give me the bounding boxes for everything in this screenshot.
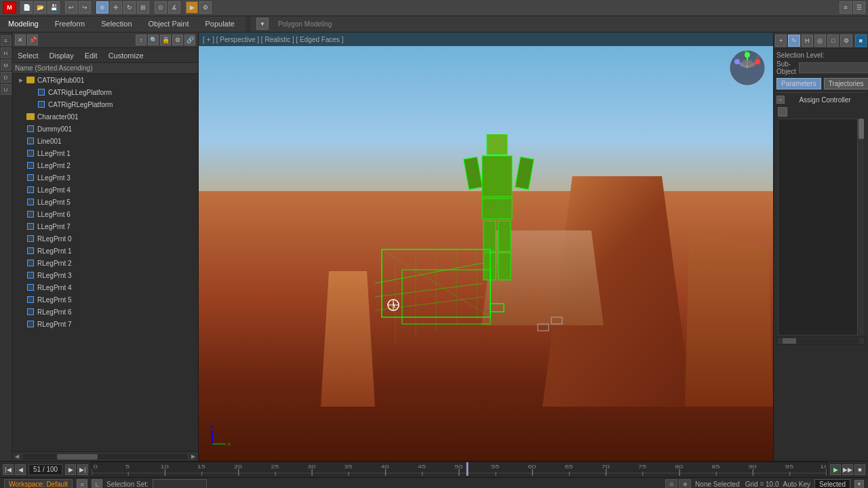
key-filters-btn[interactable]: ▼ xyxy=(854,480,864,489)
open-file-icon[interactable]: 📂 xyxy=(34,1,46,14)
sub-object-input[interactable] xyxy=(799,62,868,73)
tree-item[interactable]: LLegPrnt 2 xyxy=(12,159,198,171)
modeling-menu[interactable]: Modeling xyxy=(3,16,44,32)
scene-explorer-side-icon[interactable]: ≡ xyxy=(1,35,12,46)
app-logo-icon[interactable]: M xyxy=(3,1,16,14)
customize-menu-item[interactable]: Customize xyxy=(103,48,149,62)
snap-toggle-icon[interactable]: ⊙ xyxy=(155,1,167,14)
tree-item[interactable]: Dummy001 xyxy=(12,123,198,135)
tree-item[interactable]: RLegPrnt 5 xyxy=(12,293,198,306)
render-setup-icon[interactable]: ⚙ xyxy=(199,1,212,14)
right-panel: + ✎ H ◎ □ ⚙ ■ Selection Level: Sub-Objec… xyxy=(773,33,868,461)
prev-frame-btn[interactable]: ◀ xyxy=(15,464,26,475)
angle-snap-icon[interactable]: ∡ xyxy=(168,1,180,14)
render-icon[interactable]: ▶ xyxy=(186,1,198,14)
motion-icon[interactable]: M xyxy=(1,60,12,70)
tree-item[interactable]: RLegPrnt 4 xyxy=(12,281,198,293)
stop-btn[interactable]: ■ xyxy=(854,464,865,475)
tree-item-label: CATRigLLegPlatform xyxy=(48,89,112,96)
workspace-icon[interactable]: ≡ xyxy=(77,479,87,489)
play-realtime-btn[interactable]: ▶▶ xyxy=(842,464,853,475)
scroll-left-btn[interactable]: ◀ xyxy=(15,453,19,460)
tree-item[interactable]: Line001 xyxy=(12,135,198,147)
svg-rect-16 xyxy=(551,317,562,324)
go-end-btn[interactable]: ▶| xyxy=(77,464,88,475)
undo-icon[interactable]: ↩ xyxy=(65,1,77,14)
filter-scene-btn[interactable]: 🔍 xyxy=(148,35,159,45)
tree-item[interactable]: RLegPrnt 6 xyxy=(12,306,198,318)
pin-scene-btn[interactable]: 📌 xyxy=(27,35,38,45)
selection-menu[interactable]: Selection xyxy=(96,16,137,32)
tree-item[interactable]: RLegPrnt 0 xyxy=(12,232,198,245)
extra-options-icon[interactable]: ▼ xyxy=(256,18,269,30)
new-file-icon[interactable]: 📄 xyxy=(20,1,33,14)
toolbar-row1: M 📄 📂 💾 ↩ ↪ ⊕ ✛ ↻ ⊞ ⊙ ∡ ▶ ⚙ ≡ ☰ xyxy=(0,0,868,16)
tree-item[interactable]: RLegPrnt 2 xyxy=(12,257,198,269)
scene-explorer-icon[interactable]: ≡ xyxy=(840,1,852,14)
right-panel-hscroll[interactable] xyxy=(776,337,865,345)
tree-item[interactable]: LLegPrnt 1 xyxy=(12,147,198,159)
timeline-ruler[interactable]: 0 5 10 15 20 25 30 xyxy=(91,462,827,478)
tree-item[interactable]: RLegPrnt 7 xyxy=(12,318,198,330)
svg-point-30 xyxy=(734,59,740,64)
scroll-right-btn[interactable]: ▶ xyxy=(191,453,195,460)
link-scene-btn[interactable]: 🔗 xyxy=(184,35,195,45)
right-panel-scrollbar[interactable] xyxy=(857,119,864,336)
display-tab-icon[interactable]: □ xyxy=(827,35,839,47)
save-file-icon[interactable]: 💾 xyxy=(47,1,60,14)
motion-tab-icon[interactable]: ◎ xyxy=(814,35,826,47)
snap-1-btn[interactable]: ⊙ xyxy=(665,479,677,489)
select-menu-item[interactable]: Select xyxy=(12,48,44,62)
tree-item[interactable]: RLegPrnt 3 xyxy=(12,269,198,281)
display-icon[interactable]: D xyxy=(1,72,12,83)
left-icons-bar: ≡ H M D U xyxy=(0,33,12,461)
horizontal-scrollbar[interactable]: ◀ ▶ xyxy=(12,451,198,461)
selection-set-input[interactable] xyxy=(153,479,207,489)
tree-item-label: RLegPrnt 2 xyxy=(37,260,72,267)
rotate-icon[interactable]: ↻ xyxy=(123,1,136,14)
object-paint-menu[interactable]: Object Paint xyxy=(143,16,195,32)
create-tab-icon[interactable]: + xyxy=(775,35,787,47)
parameters-tab[interactable]: Parameters xyxy=(776,78,821,89)
populate-menu[interactable]: Populate xyxy=(199,16,239,32)
freeform-menu[interactable]: Freeform xyxy=(50,16,91,32)
modify-tab-icon[interactable]: ✎ xyxy=(788,35,800,47)
svg-rect-69 xyxy=(467,462,469,476)
next-frame-btn[interactable]: ▶ xyxy=(65,464,76,475)
tree-item[interactable]: CATRigRLegPlatform xyxy=(12,98,198,110)
scale-icon[interactable]: ⊞ xyxy=(137,1,149,14)
lock-scene-btn[interactable]: 🔒 xyxy=(160,35,171,45)
sort-scene-btn[interactable]: ↕ xyxy=(136,35,146,45)
scene-tree[interactable]: ▶CATRigHub001CATRigLLegPlatformCATRigRLe… xyxy=(12,74,198,451)
play-btn[interactable]: ▶ xyxy=(830,464,841,475)
hierarchy-icon[interactable]: H xyxy=(1,47,12,58)
tree-item[interactable]: LLegPrnt 3 xyxy=(12,171,198,184)
settings-scene-btn[interactable]: ⚙ xyxy=(172,35,183,45)
trajectories-tab[interactable]: Trajectories xyxy=(824,78,868,89)
tree-item[interactable]: LLegPrnt 7 xyxy=(12,220,198,232)
collapse-btn[interactable]: − xyxy=(776,96,785,104)
select-icon[interactable]: ⊕ xyxy=(96,1,108,14)
tree-item[interactable]: ▶CATRigHub001 xyxy=(12,74,198,86)
tree-item[interactable]: Character001 xyxy=(12,110,198,123)
layer-icon[interactable]: ☰ xyxy=(853,1,865,14)
layer-selector-icon[interactable]: L xyxy=(92,479,102,489)
redo-icon[interactable]: ↪ xyxy=(79,1,91,14)
display-menu-item[interactable]: Display xyxy=(44,48,79,62)
snap-2-btn[interactable]: ⊕ xyxy=(679,479,691,489)
tree-item[interactable]: LLegPrnt 6 xyxy=(12,208,198,220)
svg-text:70: 70 xyxy=(601,463,610,469)
move-icon[interactable]: ✛ xyxy=(110,1,122,14)
auto-key-select[interactable]: Selected xyxy=(814,479,850,488)
tree-item[interactable]: LLegPrnt 5 xyxy=(12,196,198,208)
utilities-tab-icon[interactable]: ⚙ xyxy=(840,35,852,47)
edit-menu-item[interactable]: Edit xyxy=(79,48,103,62)
utilities-icon[interactable]: U xyxy=(1,84,12,95)
hierarchy-tab-icon[interactable]: H xyxy=(802,35,813,47)
close-scene-btn[interactable]: ✕ xyxy=(15,35,26,45)
tree-item[interactable]: LLegPrnt 4 xyxy=(12,184,198,196)
tree-item[interactable]: CATRigLLegPlatform xyxy=(12,86,198,98)
viewport[interactable]: [ + ] [ Perspective ] [ Realistic ] [ Ed… xyxy=(199,33,773,461)
tree-item[interactable]: RLegPrnt 1 xyxy=(12,245,198,257)
go-start-btn[interactable]: |◀ xyxy=(3,464,14,475)
